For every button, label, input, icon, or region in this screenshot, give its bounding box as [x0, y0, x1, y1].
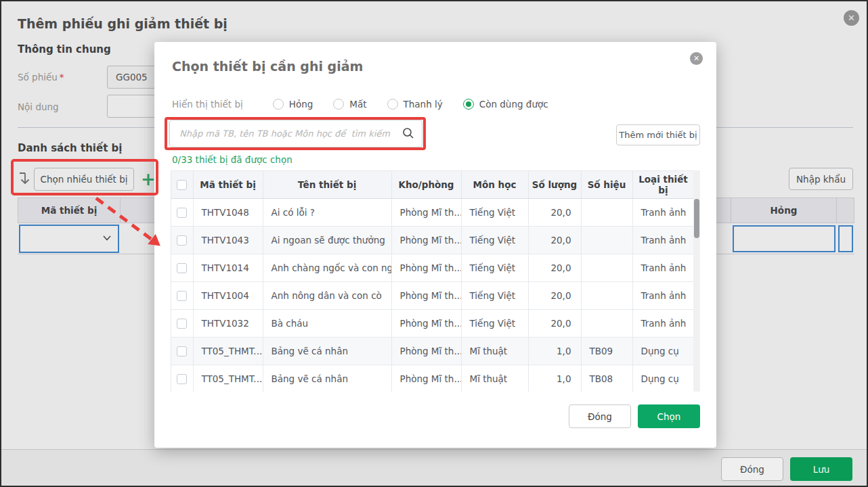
cell-subject: Tiếng Việt [461, 254, 528, 281]
device-table-header-row: Mã thiết bịTên thiết bịKho/phòngMôn họcS… [171, 171, 694, 198]
close-button[interactable]: Đóng [721, 457, 783, 481]
section-devices-heading: Danh sách thiết bị [18, 142, 122, 154]
radio-label: Còn dùng được [479, 99, 548, 110]
cell-serial [581, 281, 632, 309]
table-row[interactable]: THTV1004Anh nông dân và con còPhòng Mĩ t… [171, 281, 694, 309]
column-header: Môn học [461, 171, 528, 198]
cell-name: Ai có lỗi ? [263, 198, 391, 226]
cell-serial [581, 254, 632, 281]
row-checkbox[interactable] [177, 263, 187, 273]
radio-option[interactable]: Mất [333, 99, 366, 110]
radio-icon[interactable] [273, 99, 284, 110]
cell-code: THTV1032 [193, 309, 263, 337]
radio-icon[interactable] [333, 99, 344, 110]
hong-input-cell[interactable] [733, 225, 836, 252]
row-checkbox-cell [171, 337, 193, 365]
cell-serial [581, 309, 632, 337]
device-grid-header-spacer [837, 198, 854, 223]
select-many-devices-button[interactable]: Chọn nhiều thiết bị [34, 168, 134, 191]
app-window: Thêm phiếu ghi giảm thiết bị ✕ Thông tin… [0, 0, 868, 487]
cell-room: Phòng Mĩ th... [391, 365, 461, 392]
section-general-heading: Thông tin chung [18, 43, 111, 55]
table-row[interactable]: TT05_THMT...Bảng vẽ cá nhânPhòng Mĩ th..… [171, 337, 694, 365]
device-grid-header-ma-thiet-bi: Mã thiết bị [18, 198, 121, 223]
required-asterisk: * [60, 72, 64, 83]
cell-room: Phòng Mĩ th... [391, 198, 461, 226]
radio-option[interactable]: Hỏng [273, 99, 313, 110]
extra-input-cell[interactable] [838, 225, 853, 252]
header-checkbox[interactable] [177, 180, 187, 190]
cell-room: Phòng Mĩ th... [391, 226, 461, 254]
table-row[interactable]: THTV1032Bà cháuPhòng Mĩ th...Tiếng Việt2… [171, 309, 694, 337]
add-new-device-button[interactable]: Thêm mới thiết bị [616, 124, 700, 145]
cell-name: Anh chàng ngốc và con ng... [263, 254, 391, 281]
row-checkbox-cell [171, 281, 193, 309]
cell-serial: TB09 [581, 337, 632, 365]
column-header: Số hiệu [581, 171, 632, 198]
cell-room: Phòng Mĩ th... [391, 337, 461, 365]
radio-icon[interactable] [387, 99, 398, 110]
import-button[interactable]: Nhập khẩu [789, 168, 853, 190]
search-input[interactable] [169, 120, 422, 147]
table-row[interactable]: TT05_THMT...Bảng vẽ cá nhânPhòng Mĩ th..… [171, 365, 694, 392]
table-row[interactable]: THTV1048Ai có lỗi ?Phòng Mĩ th...Tiếng V… [171, 198, 694, 226]
cell-type: Tranh ảnh [632, 309, 694, 337]
cell-serial: TB08 [581, 365, 632, 392]
row-checkbox[interactable] [177, 374, 187, 384]
cell-qty: 1,0 [528, 337, 581, 365]
add-device-icon[interactable]: + [141, 172, 156, 187]
row-checkbox[interactable] [177, 291, 187, 301]
selection-count: 0/33 thiết bị đã được chọn [172, 154, 292, 165]
noi-dung-label: Nội dung [18, 101, 59, 112]
cell-code: THTV1014 [193, 254, 263, 281]
device-table: Mã thiết bịTên thiết bịKho/phòngMôn họcS… [171, 170, 700, 392]
chevron-down-icon [103, 235, 111, 241]
grid-row-border [18, 254, 161, 254]
cell-subject: Tiếng Việt [461, 309, 528, 337]
radio-label: Mất [349, 99, 366, 110]
import-down-arrow-icon [18, 170, 32, 187]
cell-qty: 1,0 [528, 365, 581, 392]
cell-code: TT05_THMT... [193, 365, 263, 392]
modal-select-button[interactable]: Chọn [638, 404, 700, 428]
so-phieu-label: Số phiếu* [18, 72, 64, 83]
row-checkbox-cell [171, 254, 193, 281]
radio-icon[interactable] [463, 99, 474, 110]
device-table-body: THTV1048Ai có lỗi ?Phòng Mĩ th...Tiếng V… [171, 198, 694, 392]
row-checkbox-cell [171, 365, 193, 392]
modal-close-footer-button[interactable]: Đóng [569, 404, 631, 428]
select-device-modal: ✕ Chọn thiết bị cần ghi giảm Hiển thị th… [154, 42, 716, 448]
radio-option[interactable]: Thanh lý [387, 99, 443, 110]
search-icon[interactable] [402, 127, 414, 139]
radio-option[interactable]: Còn dùng được [463, 99, 548, 110]
page-title: Thêm phiếu ghi giảm thiết bị [18, 16, 227, 31]
table-row[interactable]: THTV1014Anh chàng ngốc và con ng...Phòng… [171, 254, 694, 281]
cell-name: Ai ngoan sẽ được thưởng [263, 226, 391, 254]
cell-type: Tranh ảnh [632, 254, 694, 281]
row-checkbox[interactable] [177, 208, 187, 218]
column-header: Tên thiết bị [263, 171, 391, 198]
cell-serial [581, 226, 632, 254]
cell-qty: 20,0 [528, 281, 581, 309]
ma-thiet-bi-select[interactable] [19, 225, 119, 253]
filter-options: HỏngMấtThanh lýCòn dùng được [273, 99, 569, 110]
row-checkbox[interactable] [177, 319, 187, 329]
column-header: Số lượng [528, 171, 581, 198]
table-row[interactable]: THTV1043Ai ngoan sẽ được thưởngPhòng Mĩ … [171, 226, 694, 254]
cell-type: Dụng cụ [632, 337, 694, 365]
scrollbar-thumb[interactable] [694, 199, 699, 238]
page-close-button[interactable]: ✕ [844, 10, 859, 26]
modal-close-button[interactable]: ✕ [690, 52, 703, 65]
table-scrollbar[interactable] [693, 170, 700, 392]
column-header: Loại thiết bị [632, 171, 694, 198]
row-checkbox[interactable] [177, 235, 187, 246]
cell-subject: Tiếng Việt [461, 226, 528, 254]
cell-room: Phòng Mĩ th... [391, 309, 461, 337]
row-checkbox[interactable] [177, 346, 187, 356]
cell-code: THTV1004 [193, 281, 263, 309]
save-button[interactable]: Lưu [790, 457, 852, 481]
device-grid-header-hong: Hỏng [731, 198, 837, 223]
cell-name: Bảng vẽ cá nhân [263, 337, 391, 365]
cell-subject: Mĩ thuật [461, 365, 528, 392]
filter-row: Hiển thị thiết bị HỏngMấtThanh lýCòn dùn… [172, 99, 569, 110]
